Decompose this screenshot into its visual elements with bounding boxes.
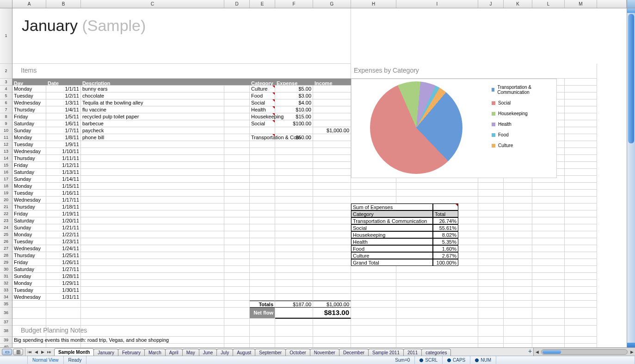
- data-cell[interactable]: 1/22/11: [46, 231, 81, 238]
- data-cell[interactable]: [250, 273, 275, 280]
- data-cell[interactable]: Sunday: [12, 224, 46, 231]
- data-cell[interactable]: 1/11/11: [46, 155, 81, 162]
- totals-income[interactable]: $1,000.00: [313, 301, 351, 308]
- data-cell[interactable]: [313, 176, 351, 183]
- cell[interactable]: [532, 337, 565, 344]
- data-cell[interactable]: [81, 148, 250, 155]
- cell[interactable]: [565, 155, 597, 162]
- row-header-13[interactable]: 13: [0, 148, 12, 155]
- data-cell[interactable]: [313, 169, 351, 176]
- data-cell[interactable]: Friday: [12, 162, 46, 169]
- cell[interactable]: [396, 183, 478, 190]
- data-cell[interactable]: Social: [250, 99, 275, 106]
- cell[interactable]: [532, 190, 565, 197]
- data-cell[interactable]: 1/17/11: [46, 197, 81, 204]
- pivot-cell[interactable]: [433, 204, 458, 210]
- pivot-cell[interactable]: 1.60%: [433, 245, 458, 252]
- data-cell[interactable]: [313, 294, 351, 301]
- cell[interactable]: [565, 273, 597, 280]
- hscroll-right-icon[interactable]: ▶: [629, 350, 635, 354]
- data-cell[interactable]: [275, 169, 313, 176]
- cell[interactable]: [351, 183, 396, 190]
- cell[interactable]: [565, 134, 597, 141]
- cell[interactable]: [532, 238, 565, 245]
- cell[interactable]: [504, 294, 532, 301]
- row-header-2[interactable]: 2: [0, 64, 12, 79]
- data-cell[interactable]: [313, 183, 351, 190]
- tab-last-icon[interactable]: ⏭: [46, 350, 52, 354]
- row-header-5[interactable]: 5: [0, 93, 12, 99]
- sheet-tab-june[interactable]: June: [199, 349, 217, 356]
- data-cell[interactable]: [275, 127, 313, 134]
- cell[interactable]: [565, 259, 597, 266]
- cell[interactable]: [504, 319, 532, 326]
- data-cell[interactable]: 1/3/11: [46, 99, 81, 106]
- data-cell[interactable]: [275, 294, 313, 301]
- cell[interactable]: [81, 301, 224, 308]
- cell[interactable]: [504, 245, 532, 252]
- data-cell[interactable]: [81, 294, 250, 301]
- row-header-20[interactable]: 20: [0, 197, 12, 204]
- page-layout-button[interactable]: ▥: [13, 349, 23, 355]
- data-cell[interactable]: 1/1/11: [46, 86, 81, 93]
- data-cell[interactable]: bunny ears: [81, 86, 250, 93]
- cell[interactable]: [478, 326, 504, 337]
- row-header-15[interactable]: 15: [0, 162, 12, 169]
- cell[interactable]: [46, 308, 81, 319]
- cell[interactable]: [532, 210, 565, 217]
- row-header-10[interactable]: 10: [0, 127, 12, 134]
- cell[interactable]: [565, 141, 597, 148]
- data-cell[interactable]: [275, 155, 313, 162]
- cell[interactable]: [313, 319, 351, 326]
- data-cell[interactable]: [313, 120, 351, 127]
- data-cell[interactable]: 1/16/11: [46, 190, 81, 197]
- cell[interactable]: [504, 287, 532, 294]
- cell[interactable]: [46, 319, 81, 326]
- data-cell[interactable]: [275, 190, 313, 197]
- data-cell[interactable]: [275, 259, 313, 266]
- cell[interactable]: [396, 319, 478, 326]
- row-header-25[interactable]: 25: [0, 231, 12, 238]
- pivot-cell[interactable]: Sum of Expenses: [351, 204, 433, 210]
- cell[interactable]: [504, 301, 532, 308]
- cell[interactable]: [396, 294, 478, 301]
- data-cell[interactable]: chocolate: [81, 93, 250, 99]
- tab-next-icon[interactable]: ▶: [39, 350, 46, 354]
- row-header-34[interactable]: 34: [0, 294, 12, 301]
- cell[interactable]: [396, 287, 478, 294]
- cell[interactable]: [478, 308, 504, 319]
- row-header-21[interactable]: 21: [0, 204, 12, 210]
- vscroll-down-icon[interactable]: [627, 343, 635, 347]
- data-cell[interactable]: Saturday: [12, 120, 46, 127]
- cell[interactable]: [565, 176, 597, 183]
- cell[interactable]: [478, 224, 504, 231]
- cell[interactable]: [532, 273, 565, 280]
- cell[interactable]: [565, 99, 597, 106]
- data-cell[interactable]: 1/19/11: [46, 210, 81, 217]
- data-cell[interactable]: Housekeeping: [250, 113, 275, 120]
- data-cell[interactable]: 1/21/11: [46, 224, 81, 231]
- pivot-cell[interactable]: 2.67%: [433, 252, 458, 259]
- data-cell[interactable]: [250, 224, 275, 231]
- pivot-cell[interactable]: 55.61%: [433, 224, 458, 231]
- data-cell[interactable]: [81, 204, 250, 210]
- sheet-tab-october[interactable]: October: [285, 349, 310, 356]
- data-cell[interactable]: [275, 287, 313, 294]
- cell[interactable]: [351, 294, 396, 301]
- cell[interactable]: [565, 294, 597, 301]
- cell[interactable]: [565, 210, 597, 217]
- row-header-7[interactable]: 7: [0, 106, 12, 113]
- data-cell[interactable]: [313, 231, 351, 238]
- row-header-12[interactable]: 12: [0, 141, 12, 148]
- cell[interactable]: [504, 197, 532, 204]
- data-cell[interactable]: [81, 217, 250, 224]
- data-cell[interactable]: Monday: [12, 183, 46, 190]
- data-cell[interactable]: [250, 210, 275, 217]
- cell[interactable]: [532, 344, 565, 347]
- data-cell[interactable]: [313, 148, 351, 155]
- row-header-27[interactable]: 27: [0, 245, 12, 252]
- data-cell[interactable]: [81, 231, 250, 238]
- sheet-tab-february[interactable]: February: [118, 349, 145, 356]
- data-cell[interactable]: 1/9/11: [46, 141, 81, 148]
- data-cell[interactable]: [250, 197, 275, 204]
